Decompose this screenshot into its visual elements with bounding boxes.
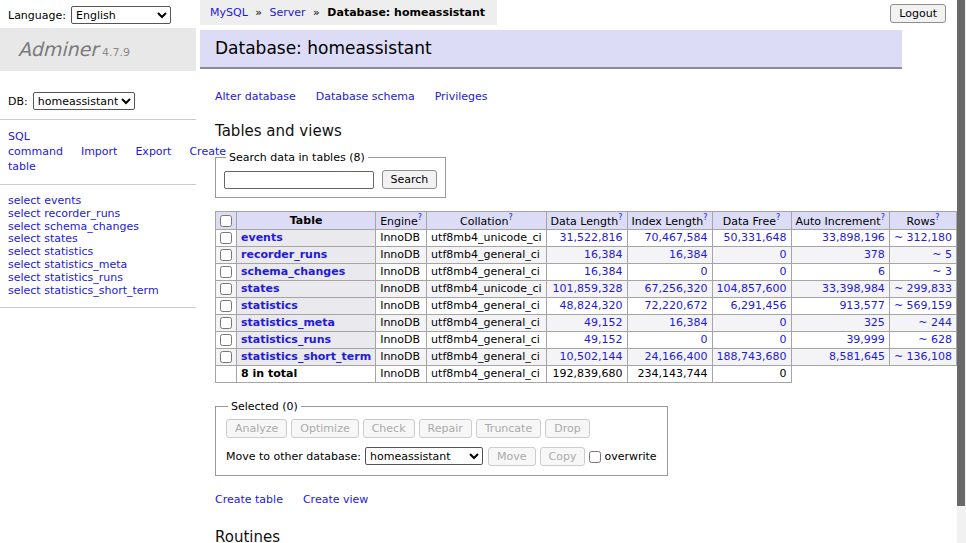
cell-auto-increment[interactable]: 33,898,196 — [791, 229, 889, 246]
db-action-alter-database[interactable]: Alter database — [215, 90, 296, 103]
cell-auto-increment[interactable]: 8,581,645 — [791, 348, 889, 365]
help-link[interactable]: ? — [776, 213, 780, 222]
cell-index-length[interactable]: 24,166,400 — [627, 348, 712, 365]
table-name-link-statistics[interactable]: statistics — [241, 299, 298, 312]
search-input[interactable] — [224, 171, 374, 189]
language-select[interactable]: English — [71, 6, 171, 24]
cell-auto-increment[interactable]: 39,999 — [791, 331, 889, 348]
cell-rows[interactable]: ~ 136,108 — [889, 348, 956, 365]
drop-button[interactable]: Drop — [545, 419, 589, 438]
row-checkbox-recorder-runs[interactable] — [220, 249, 232, 261]
cell-data-length[interactable]: 48,824,320 — [546, 297, 627, 314]
analyze-button[interactable]: Analyze — [226, 419, 287, 438]
table-name-link-schema-changes[interactable]: schema_changes — [241, 265, 345, 278]
help-link[interactable]: ? — [508, 213, 512, 222]
sidebar-link-sql-command[interactable]: SQL command — [8, 130, 63, 158]
cell-index-length[interactable]: 16,384 — [627, 246, 712, 263]
check-button[interactable]: Check — [363, 419, 415, 438]
copy-button[interactable]: Copy — [540, 447, 586, 466]
cell-auto-increment[interactable]: 33,398,984 — [791, 280, 889, 297]
search-button[interactable]: Search — [382, 170, 438, 189]
cell-data-length[interactable]: 10,502,144 — [546, 348, 627, 365]
db-action-database-schema[interactable]: Database schema — [316, 90, 415, 103]
cell-data-length[interactable]: 16,384 — [546, 246, 627, 263]
cell-rows[interactable]: ~ 5 — [889, 246, 956, 263]
select-link-schema-changes[interactable]: select — [8, 220, 41, 233]
cell-auto-increment[interactable]: 913,577 — [791, 297, 889, 314]
help-link[interactable]: ? — [703, 213, 707, 222]
cell-data-free[interactable]: 0 — [712, 314, 791, 331]
sidebar-link-import[interactable]: Import — [81, 145, 118, 158]
cell-data-length[interactable]: 49,152 — [546, 331, 627, 348]
db-select[interactable]: homeassistant — [33, 92, 135, 110]
row-checkbox-statistics-meta[interactable] — [220, 317, 232, 329]
cell-data-free[interactable]: 0 — [712, 246, 791, 263]
row-checkbox-statistics[interactable] — [220, 300, 232, 312]
cell-data-free[interactable]: 0 — [712, 263, 791, 280]
sidebar-link-export[interactable]: Export — [135, 145, 171, 158]
row-checkbox-states[interactable] — [220, 283, 232, 295]
logout-button[interactable]: Logout — [890, 4, 946, 23]
cell-data-length[interactable]: 16,384 — [546, 263, 627, 280]
cell-index-length[interactable]: 67,256,320 — [627, 280, 712, 297]
cell-rows[interactable]: ~ 244 — [889, 314, 956, 331]
help-link[interactable]: ? — [881, 213, 885, 222]
cell-index-length[interactable]: 16,384 — [627, 314, 712, 331]
breadcrumb-link-mysql[interactable]: MySQL — [210, 6, 248, 19]
move-button[interactable]: Move — [488, 447, 536, 466]
select-all-checkbox[interactable] — [220, 215, 232, 227]
table-link-statistics-runs[interactable]: statistics_runs — [44, 271, 123, 284]
truncate-button[interactable]: Truncate — [476, 419, 541, 438]
window-scrollbar-thumb[interactable] — [957, 0, 965, 506]
table-link-events[interactable]: events — [44, 194, 81, 207]
table-name-link-recorder-runs[interactable]: recorder_runs — [241, 248, 327, 261]
select-link-statistics[interactable]: select — [8, 245, 41, 258]
repair-button[interactable]: Repair — [419, 419, 472, 438]
help-link[interactable]: ? — [935, 213, 939, 222]
cell-rows[interactable]: ~ 3 — [889, 263, 956, 280]
table-link-statistics-short-term[interactable]: statistics_short_term — [44, 284, 158, 297]
cell-index-length[interactable]: 70,467,584 — [627, 229, 712, 246]
cell-data-free[interactable]: 0 — [712, 331, 791, 348]
row-checkbox-statistics-runs[interactable] — [220, 334, 232, 346]
table-link-schema-changes[interactable]: schema_changes — [44, 220, 139, 233]
cell-auto-increment[interactable]: 378 — [791, 246, 889, 263]
row-checkbox-statistics-short-term[interactable] — [220, 351, 232, 363]
window-scrollbar-track[interactable] — [957, 0, 966, 543]
cell-index-length[interactable]: 0 — [627, 263, 712, 280]
select-link-recorder-runs[interactable]: select — [8, 207, 41, 220]
create-create-table[interactable]: Create table — [215, 493, 283, 506]
select-link-states[interactable]: select — [8, 232, 41, 245]
table-link-recorder-runs[interactable]: recorder_runs — [44, 207, 120, 220]
help-link[interactable]: ? — [418, 213, 422, 222]
cell-rows[interactable]: ~ 299,833 — [889, 280, 956, 297]
table-link-statistics[interactable]: statistics — [44, 245, 93, 258]
table-name-link-statistics-runs[interactable]: statistics_runs — [241, 333, 331, 346]
optimize-button[interactable]: Optimize — [291, 419, 358, 438]
cell-rows[interactable]: ~ 312,180 — [889, 229, 956, 246]
row-checkbox-schema-changes[interactable] — [220, 266, 232, 278]
move-database-select[interactable]: homeassistant — [365, 447, 483, 465]
help-link[interactable]: ? — [618, 213, 622, 222]
cell-data-length[interactable]: 101,859,328 — [546, 280, 627, 297]
cell-index-length[interactable]: 72,220,672 — [627, 297, 712, 314]
create-create-view[interactable]: Create view — [303, 493, 368, 506]
table-name-link-states[interactable]: states — [241, 282, 280, 295]
cell-auto-increment[interactable]: 6 — [791, 263, 889, 280]
cell-data-free[interactable]: 6,291,456 — [712, 297, 791, 314]
select-link-statistics-short-term[interactable]: select — [8, 284, 41, 297]
select-link-statistics-runs[interactable]: select — [8, 271, 41, 284]
cell-data-free[interactable]: 50,331,648 — [712, 229, 791, 246]
cell-data-length[interactable]: 49,152 — [546, 314, 627, 331]
table-name-link-events[interactable]: events — [241, 231, 283, 244]
table-link-states[interactable]: states — [44, 232, 78, 245]
cell-data-free[interactable]: 188,743,680 — [712, 348, 791, 365]
overwrite-checkbox[interactable] — [589, 451, 601, 463]
table-name-link-statistics-short-term[interactable]: statistics_short_term — [241, 350, 371, 363]
cell-auto-increment[interactable]: 325 — [791, 314, 889, 331]
row-checkbox-events[interactable] — [220, 232, 232, 244]
select-link-events[interactable]: select — [8, 194, 41, 207]
cell-index-length[interactable]: 0 — [627, 331, 712, 348]
select-link-statistics-meta[interactable]: select — [8, 258, 41, 271]
table-link-statistics-meta[interactable]: statistics_meta — [44, 258, 127, 271]
